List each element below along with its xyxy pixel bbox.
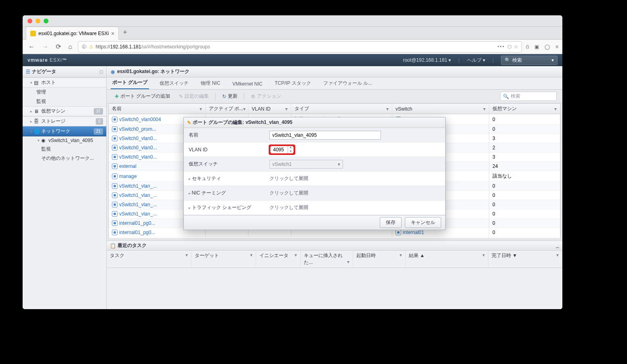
shield-icon[interactable]: 🛈 (82, 44, 86, 50)
url-text: https://192.168.1.181/ui/#/host/networki… (96, 44, 495, 50)
help-menu[interactable]: ヘルプ (467, 57, 485, 64)
actions-button[interactable]: ⚙アクション (248, 92, 284, 101)
main-tabs: ポート グループ 仮想スイッチ 物理 NIC VMkernel NIC TCP/… (107, 77, 562, 90)
col-vlan[interactable]: VLAN ID▾ (248, 104, 291, 114)
portgroup-icon (112, 183, 118, 189)
home-button[interactable]: ⌂ (67, 42, 74, 51)
account-icon[interactable]: ◯ (545, 44, 550, 50)
portgroup-icon (112, 136, 118, 141)
dialog-footer: 保存 キャンセル (184, 215, 445, 230)
navigator: ☰ ナビゲータ ▢ ▾▤ホスト 管理 監視 ▸🖥仮想マシン37 ▸🗄ストレージ5… (23, 66, 107, 309)
name-input[interactable] (269, 131, 381, 140)
bookmark-star-icon[interactable]: ☆ (514, 44, 518, 50)
task-col-target[interactable]: ターゲット▾ (191, 251, 256, 268)
vlan-id-input-wrap: ▲▼ (270, 145, 294, 154)
col-vms[interactable]: 仮想マシン▾ (489, 104, 560, 114)
refresh-button[interactable]: ↻更新 (220, 92, 240, 101)
close-window-icon[interactable] (27, 19, 32, 23)
nav-monitor[interactable]: 監視 (23, 97, 106, 106)
vswitch-select[interactable]: vSwitch1▾ (269, 160, 343, 169)
tasks-icon: 📋 (110, 243, 116, 249)
close-tab-icon[interactable]: × (111, 30, 114, 37)
label-security[interactable]: セキュリティ (184, 172, 265, 185)
portgroup-icon (112, 220, 118, 226)
favicon-icon (30, 31, 36, 36)
vlan-id-input[interactable] (271, 146, 288, 154)
url-bar[interactable]: 🛈 ⚠ https://192.168.1.181/ui/#/host/netw… (78, 41, 522, 52)
edit-settings-button[interactable]: ✎設定の編集 (177, 92, 211, 101)
nav-vlan-other[interactable]: その他のネットワーク... (23, 154, 106, 163)
nav-vlan-monitor[interactable]: 監視 (23, 144, 106, 154)
save-button[interactable]: 保存 (380, 217, 402, 228)
pin-icon[interactable]: ▢ (99, 69, 103, 74)
nav-list: ▾▤ホスト 管理 監視 ▸🖥仮想マシン37 ▸🗄ストレージ5 ▾🌐ネットワーク2… (23, 77, 106, 309)
grid-toolbar: ✚ポート グループの追加 ✎設定の編集 ↻更新 ⚙アクション 🔍検索 (107, 90, 562, 103)
pocket-icon[interactable]: ⬡ (507, 44, 511, 50)
task-col-queued[interactable]: キューに挿入された...▾ (301, 251, 353, 268)
lock-warning-icon[interactable]: ⚠ (89, 44, 93, 50)
toolbar-right: ⎙ ▣ ◯ ≡ (526, 44, 558, 50)
tab-vmkernel[interactable]: VMkernel NIC (231, 79, 264, 89)
recent-tasks: 📋 最近のタスク ▁ タスク▾ ターゲット▾ イニシエータ▾ キューに挿入された… (107, 241, 562, 309)
edit-portgroup-dialog: ✎ ポート グループの編集: vSwitch1_vlan_4095 名前 VLA… (183, 117, 446, 230)
nav-host[interactable]: ▾▤ホスト (23, 77, 106, 88)
back-button[interactable]: ← (27, 42, 36, 51)
minimize-window-icon[interactable] (36, 19, 40, 23)
network-icon: 🌐 (34, 129, 40, 134)
col-vswitch[interactable]: vSwitch▾ (392, 104, 489, 114)
label-shaping[interactable]: トラフィック シェーピング (184, 201, 265, 214)
grid-search[interactable]: 🔍検索 (500, 92, 557, 101)
add-portgroup-button[interactable]: ✚ポート グループの追加 (112, 92, 173, 101)
tab-tcpip[interactable]: TCP/IP スタック (273, 77, 313, 89)
portgroup-icon (112, 230, 118, 235)
task-col-task[interactable]: タスク▾ (107, 251, 191, 268)
tab-pnics[interactable]: 物理 NIC (199, 77, 222, 89)
forward-button[interactable]: → (40, 42, 50, 51)
expand-security[interactable]: クリックして展開 (265, 174, 445, 184)
task-col-done[interactable]: 完了日時 ▼▾ (488, 251, 562, 268)
stepper[interactable]: ▲▼ (288, 146, 293, 154)
search-icon: 🔍 (505, 57, 511, 63)
nav-vlan[interactable]: ▾◉vSwitch1_vlan_4095 (23, 136, 106, 144)
nav-network[interactable]: ▾🌐ネットワーク21 (23, 126, 106, 136)
new-tab-button[interactable]: + (123, 28, 127, 39)
portgroup-icon (112, 202, 118, 207)
reload-button[interactable]: ⟳ (54, 42, 63, 51)
library-icon[interactable]: ⎙ (526, 44, 529, 50)
global-search[interactable]: 🔍検索▾ (501, 56, 558, 65)
tab-vswitches[interactable]: 仮想スイッチ (158, 77, 190, 89)
col-name[interactable]: 名前▾ (109, 104, 206, 114)
tasks-header: タスク▾ ターゲット▾ イニシエータ▾ キューに挿入された...▾ 起動日時▾ … (107, 251, 562, 268)
portgroup-icon (112, 154, 118, 160)
portgroup-icon: ◉ (41, 138, 47, 143)
expand-shaping[interactable]: クリックして展開 (265, 203, 445, 213)
user-menu[interactable]: root@192.168.1.181 (403, 57, 451, 63)
sidebar-icon[interactable]: ▣ (534, 44, 539, 50)
edit-icon: ✎ (179, 94, 183, 99)
tab-portgroups[interactable]: ポート グループ (111, 77, 149, 89)
edit-icon: ✎ (187, 120, 191, 126)
grid-header: 名前▾ アクティブ ポ...▾ VLAN ID▾ タイプ▾ vSwitch▾ 仮… (109, 104, 560, 114)
cancel-button[interactable]: キャンセル (405, 217, 441, 228)
nav-vm[interactable]: ▸🖥仮想マシン37 (23, 106, 106, 116)
portgroup-icon (112, 174, 118, 179)
task-col-result[interactable]: 結果 ▲▾ (406, 251, 488, 268)
nav-storage[interactable]: ▸🗄ストレージ5 (23, 116, 106, 126)
label-nic[interactable]: NIC チーミング (184, 186, 265, 200)
tab-firewall[interactable]: ファイアウォール ル... (322, 77, 374, 89)
page-actions-icon[interactable]: ••• (497, 44, 505, 50)
browser-tab[interactable]: esxi01.gokatei.go: VMware ESXi × (26, 27, 119, 40)
expand-nic[interactable]: クリックして展開 (265, 188, 445, 198)
portgroup-icon (112, 163, 118, 169)
titlebar (23, 15, 562, 27)
col-type[interactable]: タイプ▾ (291, 104, 392, 114)
breadcrumb: ◉ esxi01.gokatei.go: ネットワーク (107, 66, 562, 77)
nav-manage[interactable]: 管理 (23, 88, 106, 97)
zoom-window-icon[interactable] (44, 19, 48, 23)
navigator-title: ☰ ナビゲータ ▢ (23, 66, 106, 77)
task-col-init[interactable]: イニシエータ▾ (256, 251, 301, 268)
col-active[interactable]: アクティブ ポ...▾ (206, 104, 248, 114)
minimize-tasks-icon[interactable]: ▁ (556, 243, 559, 248)
task-col-start[interactable]: 起動日時▾ (353, 251, 406, 268)
menu-icon[interactable]: ≡ (555, 44, 558, 50)
